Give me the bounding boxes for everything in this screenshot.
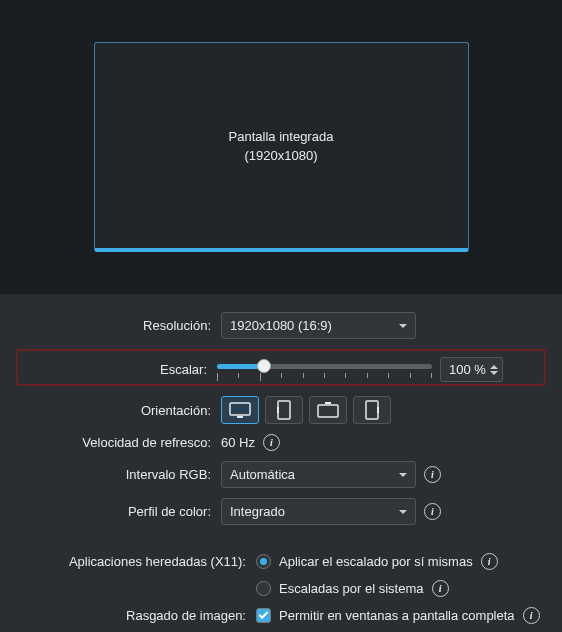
settings-form: Resolución: 1920x1080 (16:9) Escalar:: [0, 294, 562, 624]
info-icon[interactable]: i: [263, 434, 280, 451]
display-monitor[interactable]: Pantalla integrada (1920x1080): [94, 42, 469, 252]
tearing-checkbox[interactable]: [256, 608, 271, 623]
svg-rect-0: [230, 403, 250, 415]
scale-value: 100 %: [449, 362, 486, 377]
svg-rect-5: [325, 402, 331, 404]
resolution-label: Resolución:: [16, 318, 211, 333]
orientation-portrait-left-button[interactable]: [265, 396, 303, 424]
display-resolution: (1920x1080): [245, 148, 318, 163]
refresh-value: 60 Hz: [221, 435, 255, 450]
orientation-label: Orientación:: [16, 403, 211, 418]
rgb-select[interactable]: Automática: [221, 461, 416, 488]
info-icon[interactable]: i: [424, 466, 441, 483]
resolution-value: 1920x1080 (16:9): [230, 318, 332, 333]
legacy-system-label: Escaladas por el sistema: [279, 581, 424, 596]
svg-rect-4: [318, 405, 338, 417]
svg-rect-3: [277, 407, 279, 413]
info-icon[interactable]: i: [523, 607, 540, 624]
info-icon[interactable]: i: [432, 580, 449, 597]
orientation-landscape-button[interactable]: [221, 396, 259, 424]
info-icon[interactable]: i: [424, 503, 441, 520]
resolution-select[interactable]: 1920x1080 (16:9): [221, 312, 416, 339]
svg-rect-1: [237, 416, 243, 418]
display-name: Pantalla integrada: [229, 129, 334, 144]
svg-rect-6: [366, 401, 378, 419]
info-icon[interactable]: i: [481, 553, 498, 570]
slider-thumb[interactable]: [257, 359, 271, 373]
svg-rect-7: [377, 407, 379, 413]
colorprofile-value: Integrado: [230, 504, 285, 519]
colorprofile-select[interactable]: Integrado: [221, 498, 416, 525]
refresh-label: Velocidad de refresco:: [16, 435, 211, 450]
legacy-apps-label: Aplicaciones heredadas (X11):: [16, 554, 246, 569]
orientation-landscape-flipped-button[interactable]: [309, 396, 347, 424]
display-preview-area: Pantalla integrada (1920x1080): [0, 0, 562, 294]
rgb-value: Automática: [230, 467, 295, 482]
spin-down-icon[interactable]: [490, 371, 498, 375]
rgb-label: Intervalo RGB:: [16, 467, 211, 482]
legacy-self-radio[interactable]: [256, 554, 271, 569]
chevron-down-icon: [399, 324, 407, 328]
chevron-down-icon: [399, 510, 407, 514]
scale-slider[interactable]: [217, 358, 432, 382]
tearing-label: Rasgado de imagen:: [16, 608, 246, 623]
legacy-system-radio[interactable]: [256, 581, 271, 596]
scale-highlight: Escalar: 100 %: [16, 349, 546, 386]
colorprofile-label: Perfil de color:: [16, 504, 211, 519]
spin-up-icon[interactable]: [490, 365, 498, 369]
orientation-portrait-right-button[interactable]: [353, 396, 391, 424]
scale-spinbox[interactable]: 100 %: [440, 357, 503, 382]
tearing-option: Permitir en ventanas a pantalla completa: [279, 608, 515, 623]
svg-rect-2: [278, 401, 290, 419]
scale-label: Escalar:: [24, 362, 207, 377]
legacy-self-label: Aplicar el escalado por sí mismas: [279, 554, 473, 569]
chevron-down-icon: [399, 473, 407, 477]
